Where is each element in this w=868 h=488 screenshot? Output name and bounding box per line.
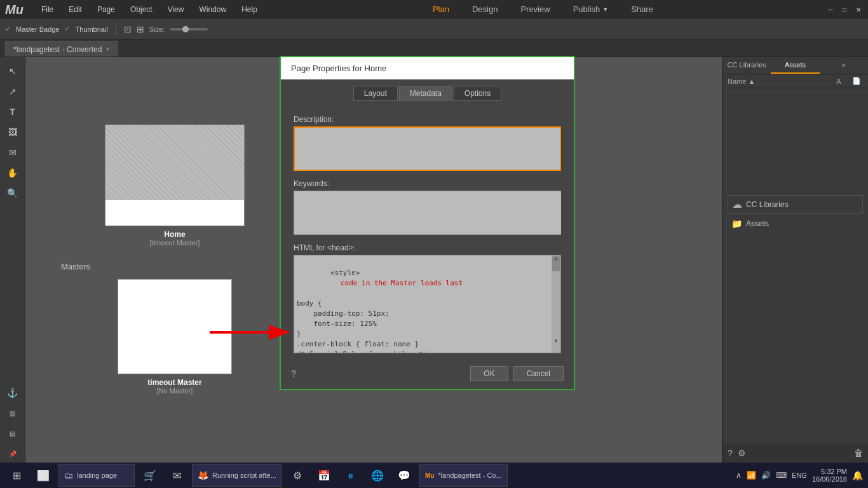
taskbar-landing-page[interactable]: 🗂 landing page: [58, 464, 135, 487]
cc-libraries-sub: ☁ CC Libraries 📁 Assets: [722, 190, 868, 236]
menu-view[interactable]: View: [165, 5, 187, 14]
restore-button[interactable]: □: [840, 5, 849, 14]
delete-icon-right[interactable]: 🗑: [854, 448, 863, 458]
master-sublabel: [No Master]: [61, 387, 288, 395]
cancel-button[interactable]: Cancel: [513, 366, 564, 381]
help-icon-right[interactable]: ?: [728, 448, 733, 458]
home-thumb-white: [105, 200, 244, 226]
taskbar-wifi-icon: 📶: [747, 471, 756, 480]
cc-libraries-label: CC Libraries: [746, 200, 789, 209]
assets-label: Assets: [746, 219, 769, 228]
tool-hand[interactable]: ✋: [4, 164, 22, 182]
taskbar-store[interactable]: 🛒: [139, 464, 161, 487]
taskbar-lang: ENG: [792, 471, 807, 479]
tab-assets[interactable]: Assets: [771, 57, 819, 74]
nav-tab-share[interactable]: Share: [620, 0, 665, 19]
masters-section-label: Masters: [61, 262, 288, 271]
code-line-4: }: [297, 329, 558, 339]
menu-edit[interactable]: Edit: [66, 5, 85, 14]
taskbar-right: ∧ 📶 🔊 ⌨ ENG 5:32 PM 16/06/2018 🔔: [736, 468, 863, 483]
dialog-footer: ? OK Cancel: [281, 361, 574, 389]
toolbar-divider: [116, 23, 116, 36]
tool-zoom[interactable]: 🔍: [4, 184, 22, 202]
dialog-tab-layout[interactable]: Layout: [353, 86, 398, 101]
taskbar-globe[interactable]: 🌐: [366, 464, 389, 487]
menu-window[interactable]: Window: [196, 5, 229, 14]
tool-text[interactable]: T: [4, 103, 22, 121]
cc-libraries-item[interactable]: ☁ CC Libraries: [728, 195, 863, 214]
tool-arrow[interactable]: ↗: [4, 83, 22, 100]
ok-button[interactable]: OK: [470, 366, 508, 381]
titlebar-left: Mu File Edit Page Object View Window Hel…: [5, 3, 260, 17]
doc-tab-close[interactable]: ×: [105, 46, 109, 53]
taskbar-edge[interactable]: e: [339, 464, 362, 487]
toolbar-thumbnail[interactable]: Thumbnail: [75, 25, 107, 33]
menu-page[interactable]: Page: [95, 5, 118, 14]
taskbar-gear[interactable]: ⚙: [286, 464, 309, 487]
tool-image[interactable]: 🖼: [4, 123, 22, 141]
minimize-button[interactable]: ─: [826, 5, 835, 14]
code-line-3: font-size: 125%: [297, 319, 558, 329]
titlebar-right: ─ □ ✕: [826, 5, 863, 14]
cc-libraries-icon: ☁: [732, 198, 742, 210]
taskbar-volume-icon: 🔊: [761, 471, 771, 480]
task-view-icon: ⬜: [37, 470, 50, 482]
nav-tab-preview[interactable]: Preview: [509, 0, 561, 19]
tool-pin[interactable]: 📌: [4, 445, 22, 463]
assets-col-header: Name ▲ A 📄: [722, 74, 868, 88]
taskbar-calendar[interactable]: 📅: [313, 464, 336, 487]
menu-object[interactable]: Object: [128, 5, 155, 14]
tool-extra2[interactable]: ▤: [4, 424, 22, 442]
taskbar-notif-icon[interactable]: 🔔: [852, 470, 863, 480]
tool-select[interactable]: ↖: [4, 62, 22, 80]
menu-help[interactable]: Help: [239, 5, 260, 14]
code-scroll-down: ▼: [552, 338, 560, 344]
app-logo: Mu: [5, 3, 24, 17]
close-button[interactable]: ✕: [854, 5, 863, 14]
expand-icon[interactable]: »: [820, 57, 868, 74]
assets-item[interactable]: 📁 Assets: [728, 216, 863, 231]
size-slider[interactable]: [170, 28, 208, 30]
tabbar: *landpagetest - Converted ×: [0, 39, 868, 57]
doc-tab[interactable]: *landpagetest - Converted ×: [5, 41, 118, 57]
code-line-1: body {: [297, 299, 558, 309]
taskbar-firefox-label: Running script afte...: [212, 471, 276, 479]
taskbar-chat[interactable]: 💬: [393, 464, 416, 487]
folder-icon: 🗂: [64, 470, 73, 480]
toolbar-check-master: ✓: [5, 25, 11, 33]
dialog-titlebar: Page Properties for Home: [281, 57, 574, 79]
taskbar-firefox[interactable]: 🦊 Running script afte...: [192, 464, 282, 487]
menu-file[interactable]: File: [39, 5, 56, 14]
tool-anchor[interactable]: ⚓: [4, 384, 22, 402]
taskbar-keyboard-icon: ⌨: [776, 471, 787, 480]
home-page-thumb-container[interactable]: Home [timeout Master]: [61, 125, 288, 247]
home-page-label: Home: [61, 230, 288, 239]
description-textarea[interactable]: [294, 126, 561, 171]
taskbar-landing-label: landing page: [77, 471, 117, 479]
home-thumb[interactable]: [105, 125, 245, 226]
task-view-button[interactable]: ⬜: [32, 464, 55, 487]
right-sidebar-bottom: ? ⚙ 🗑: [722, 444, 868, 463]
taskbar-up-arrow[interactable]: ∧: [736, 471, 742, 480]
tab-cc-libraries[interactable]: CC Libraries: [722, 57, 771, 74]
taskbar-mail[interactable]: ✉: [165, 464, 188, 487]
dialog-tab-options[interactable]: Options: [454, 86, 501, 101]
keywords-textarea[interactable]: [294, 191, 561, 235]
settings-icon-right[interactable]: ⚙: [738, 448, 746, 458]
nav-tab-plan[interactable]: Plan: [421, 0, 461, 19]
code-line-0: <style> code in the Master loads last: [297, 258, 558, 299]
tool-extra1[interactable]: ▥: [4, 404, 22, 422]
start-icon: ⊞: [13, 470, 21, 482]
dialog-help-icon[interactable]: ?: [291, 369, 296, 379]
start-button[interactable]: ⊞: [5, 464, 28, 487]
tool-email[interactable]: ✉: [4, 144, 22, 161]
nav-tab-design[interactable]: Design: [461, 0, 509, 19]
dialog-tab-metadata[interactable]: Metadata: [399, 86, 452, 101]
code-scrollbar[interactable]: ▼ ▲: [552, 255, 560, 353]
doc-tab-label: *landpagetest - Converted: [13, 45, 102, 54]
toolbar-master-badge[interactable]: Master Badge: [16, 25, 59, 33]
assets-icon-doc: 📄: [850, 77, 863, 85]
taskbar-muse[interactable]: Mu *landpagetest - Co...: [419, 464, 508, 487]
nav-tab-publish[interactable]: Publish ▼: [562, 0, 620, 19]
code-area[interactable]: <style> code in the Master loads last bo…: [294, 255, 561, 353]
